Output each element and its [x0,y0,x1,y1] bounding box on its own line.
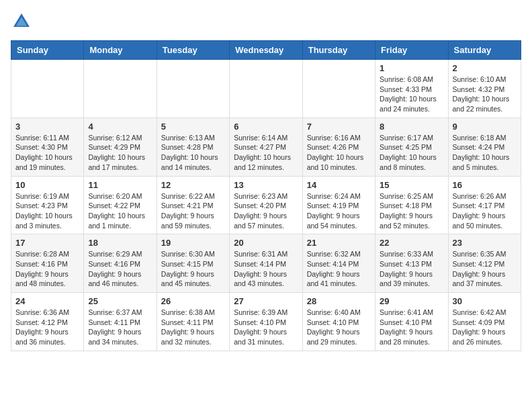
calendar-cell: 26Sunrise: 6:38 AMSunset: 4:11 PMDayligh… [157,293,229,351]
calendar-cell: 22Sunrise: 6:33 AMSunset: 4:13 PMDayligh… [375,234,448,293]
calendar-cell [230,60,302,118]
day-number: 8 [380,122,443,132]
calendar-cell: 9Sunrise: 6:18 AMSunset: 4:24 PMDaylight… [448,118,521,176]
day-number: 11 [88,180,152,190]
calendar-cell: 4Sunrise: 6:12 AMSunset: 4:29 PMDaylight… [84,118,157,176]
day-info: Sunrise: 6:16 AMSunset: 4:26 PMDaylight:… [307,133,371,173]
day-info: Sunrise: 6:25 AMSunset: 4:18 PMDaylight:… [380,191,443,231]
day-number: 3 [15,122,79,132]
calendar-cell: 14Sunrise: 6:24 AMSunset: 4:19 PMDayligh… [302,176,375,234]
day-number: 7 [307,122,371,132]
day-info: Sunrise: 6:31 AMSunset: 4:14 PMDaylight:… [234,249,298,289]
day-number: 13 [234,180,298,190]
calendar-cell [302,60,375,118]
calendar-cell: 3Sunrise: 6:11 AMSunset: 4:30 PMDaylight… [11,118,84,176]
calendar-week-row: 1Sunrise: 6:08 AMSunset: 4:33 PMDaylight… [11,60,521,118]
day-header-sunday: Sunday [11,41,84,60]
calendar-cell: 2Sunrise: 6:10 AMSunset: 4:32 PMDaylight… [448,60,521,118]
day-number: 1 [380,63,443,73]
calendar-cell: 6Sunrise: 6:14 AMSunset: 4:27 PMDaylight… [230,118,302,176]
calendar-cell: 24Sunrise: 6:36 AMSunset: 4:12 PMDayligh… [11,293,84,351]
day-info: Sunrise: 6:19 AMSunset: 4:23 PMDaylight:… [15,191,79,231]
day-number: 14 [307,180,371,190]
calendar-cell: 17Sunrise: 6:28 AMSunset: 4:16 PMDayligh… [11,234,84,293]
calendar-cell: 11Sunrise: 6:20 AMSunset: 4:22 PMDayligh… [84,176,157,234]
calendar-week-row: 17Sunrise: 6:28 AMSunset: 4:16 PMDayligh… [11,234,521,293]
day-number: 24 [15,296,79,306]
logo [11,11,35,32]
day-info: Sunrise: 6:24 AMSunset: 4:19 PMDaylight:… [307,191,371,231]
day-number: 22 [380,238,443,248]
day-number: 25 [88,296,152,306]
day-info: Sunrise: 6:40 AMSunset: 4:10 PMDaylight:… [307,308,371,347]
day-number: 9 [453,122,517,132]
calendar-cell: 10Sunrise: 6:19 AMSunset: 4:23 PMDayligh… [11,176,84,234]
day-info: Sunrise: 6:12 AMSunset: 4:29 PMDaylight:… [88,133,152,173]
day-info: Sunrise: 6:11 AMSunset: 4:30 PMDaylight:… [15,133,79,173]
calendar-cell: 21Sunrise: 6:32 AMSunset: 4:14 PMDayligh… [302,234,375,293]
day-info: Sunrise: 6:23 AMSunset: 4:20 PMDaylight:… [234,191,298,231]
calendar-cell: 30Sunrise: 6:42 AMSunset: 4:09 PMDayligh… [448,293,521,351]
day-info: Sunrise: 6:39 AMSunset: 4:10 PMDaylight:… [234,308,298,347]
day-header-wednesday: Wednesday [230,41,302,60]
calendar-cell: 16Sunrise: 6:26 AMSunset: 4:17 PMDayligh… [448,176,521,234]
page-header [11,11,521,32]
calendar-cell [157,60,229,118]
day-header-thursday: Thursday [302,41,375,60]
day-info: Sunrise: 6:22 AMSunset: 4:21 PMDaylight:… [161,191,225,231]
day-info: Sunrise: 6:08 AMSunset: 4:33 PMDaylight:… [380,75,443,114]
calendar-cell: 7Sunrise: 6:16 AMSunset: 4:26 PMDaylight… [302,118,375,176]
day-info: Sunrise: 6:42 AMSunset: 4:09 PMDaylight:… [453,308,517,347]
day-info: Sunrise: 6:37 AMSunset: 4:11 PMDaylight:… [88,308,152,347]
calendar-cell: 1Sunrise: 6:08 AMSunset: 4:33 PMDaylight… [375,60,448,118]
day-number: 18 [88,238,152,248]
calendar-week-row: 10Sunrise: 6:19 AMSunset: 4:23 PMDayligh… [11,176,521,234]
calendar-week-row: 3Sunrise: 6:11 AMSunset: 4:30 PMDaylight… [11,118,521,176]
calendar-cell: 28Sunrise: 6:40 AMSunset: 4:10 PMDayligh… [302,293,375,351]
day-number: 15 [380,180,443,190]
day-info: Sunrise: 6:30 AMSunset: 4:15 PMDaylight:… [161,249,225,289]
calendar-header-row: SundayMondayTuesdayWednesdayThursdayFrid… [11,41,521,60]
day-number: 17 [15,238,79,248]
calendar-cell: 12Sunrise: 6:22 AMSunset: 4:21 PMDayligh… [157,176,229,234]
day-info: Sunrise: 6:33 AMSunset: 4:13 PMDaylight:… [380,249,443,289]
calendar-table: SundayMondayTuesdayWednesdayThursdayFrid… [11,40,521,351]
day-number: 27 [234,296,298,306]
calendar-cell: 8Sunrise: 6:17 AMSunset: 4:25 PMDaylight… [375,118,448,176]
day-number: 30 [453,296,517,306]
calendar-cell: 18Sunrise: 6:29 AMSunset: 4:16 PMDayligh… [84,234,157,293]
calendar-week-row: 24Sunrise: 6:36 AMSunset: 4:12 PMDayligh… [11,293,521,351]
day-number: 29 [380,296,443,306]
day-info: Sunrise: 6:17 AMSunset: 4:25 PMDaylight:… [380,133,443,173]
day-info: Sunrise: 6:20 AMSunset: 4:22 PMDaylight:… [88,191,152,231]
day-info: Sunrise: 6:14 AMSunset: 4:27 PMDaylight:… [234,133,298,173]
day-info: Sunrise: 6:36 AMSunset: 4:12 PMDaylight:… [15,308,79,347]
day-info: Sunrise: 6:26 AMSunset: 4:17 PMDaylight:… [453,191,517,231]
day-header-tuesday: Tuesday [157,41,229,60]
calendar-cell: 20Sunrise: 6:31 AMSunset: 4:14 PMDayligh… [230,234,302,293]
day-number: 4 [88,122,152,132]
day-number: 12 [161,180,225,190]
day-number: 23 [453,238,517,248]
day-number: 16 [453,180,517,190]
day-number: 19 [161,238,225,248]
day-info: Sunrise: 6:38 AMSunset: 4:11 PMDaylight:… [161,308,225,347]
day-header-saturday: Saturday [448,41,521,60]
day-info: Sunrise: 6:18 AMSunset: 4:24 PMDaylight:… [453,133,517,173]
calendar-cell [11,60,84,118]
day-info: Sunrise: 6:28 AMSunset: 4:16 PMDaylight:… [15,249,79,289]
day-number: 6 [234,122,298,132]
day-info: Sunrise: 6:13 AMSunset: 4:28 PMDaylight:… [161,133,225,173]
day-info: Sunrise: 6:10 AMSunset: 4:32 PMDaylight:… [453,75,517,114]
day-number: 10 [15,180,79,190]
day-number: 21 [307,238,371,248]
day-header-friday: Friday [375,41,448,60]
day-info: Sunrise: 6:41 AMSunset: 4:10 PMDaylight:… [380,308,443,347]
calendar-cell: 19Sunrise: 6:30 AMSunset: 4:15 PMDayligh… [157,234,229,293]
calendar-cell: 27Sunrise: 6:39 AMSunset: 4:10 PMDayligh… [230,293,302,351]
day-number: 28 [307,296,371,306]
day-info: Sunrise: 6:29 AMSunset: 4:16 PMDaylight:… [88,249,152,289]
day-info: Sunrise: 6:32 AMSunset: 4:14 PMDaylight:… [307,249,371,289]
day-info: Sunrise: 6:35 AMSunset: 4:12 PMDaylight:… [453,249,517,289]
day-number: 5 [161,122,225,132]
